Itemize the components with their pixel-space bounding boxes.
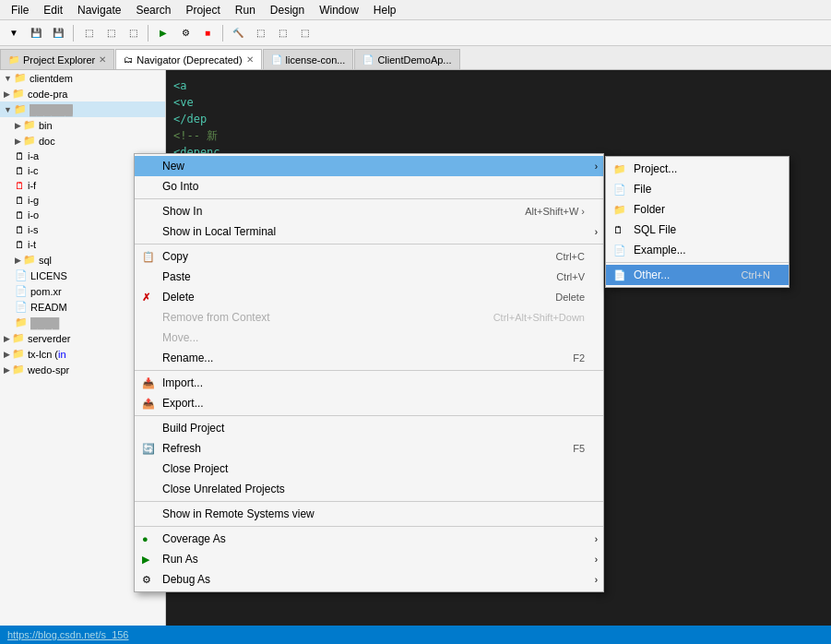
submenu-item-example[interactable]: 📄 Example... <box>606 240 789 260</box>
tab-project-explorer-close[interactable]: ✕ <box>99 54 106 65</box>
menu-item-show-remote[interactable]: Show in Remote Systems view <box>135 504 603 524</box>
export-icon: 📤 <box>142 398 155 410</box>
tab-navigator-close[interactable]: ✕ <box>246 54 254 65</box>
submenu-item-file[interactable]: 📄 File <box>606 179 789 199</box>
menu-item-new-label: New <box>162 160 184 173</box>
tab-navigator[interactable]: 🗂 Navigator (Deprecated) ✕ <box>115 49 261 69</box>
menu-item-build[interactable]: Build Project <box>135 418 603 438</box>
tab-client-demo-label: ClientDemoAp... <box>377 54 451 66</box>
menu-item-gointo[interactable]: Go Into <box>135 176 603 197</box>
menu-item-export[interactable]: 📤 Export... <box>135 393 603 413</box>
menu-item-new[interactable]: New › 📁 Project... 📄 File 📁 Folder <box>135 156 603 176</box>
menu-item-refresh[interactable]: 🔄 Refresh F5 <box>135 438 603 459</box>
menu-item-refresh-label: Refresh <box>162 442 201 455</box>
import-icon: 📥 <box>142 377 155 389</box>
menu-item-close-unrelated-label: Close Unrelated Projects <box>162 483 285 495</box>
toolbar-sep-1 <box>73 25 74 42</box>
submenu-label-folder: Folder <box>634 203 665 216</box>
menu-item-gointo-label: Go Into <box>162 180 198 193</box>
toolbar-btn-4[interactable]: ⬚ <box>78 23 99 43</box>
menu-item-remove-context-label: Remove from Context <box>162 311 270 324</box>
submenu-label-project: Project... <box>634 162 677 175</box>
menu-design[interactable]: Design <box>263 2 312 18</box>
menu-item-copy[interactable]: 📋 Copy Ctrl+C <box>135 246 603 267</box>
sqlfile-icon: 🗒 <box>613 224 623 235</box>
menu-bar: File Edit Navigate Search Project Run De… <box>0 0 831 20</box>
copy-shortcut: Ctrl+C <box>556 251 585 262</box>
toolbar-btn-9[interactable]: ⬚ <box>294 23 315 43</box>
toolbar-btn-3[interactable]: 💾 <box>48 23 68 43</box>
menu-item-runas-label: Run As <box>162 553 198 566</box>
menu-navigate[interactable]: Navigate <box>70 2 128 18</box>
delete-shortcut: Delete <box>555 292 585 303</box>
menu-item-debugas[interactable]: ⚙ Debug As › <box>135 569 603 590</box>
menu-item-showin-terminal-label: Show in Local Terminal <box>162 225 276 238</box>
menu-item-showin-terminal[interactable]: Show in Local Terminal › <box>135 221 603 242</box>
menu-item-delete-label: Delete <box>162 291 195 304</box>
menu-item-coverage-label: Coverage As <box>162 532 226 545</box>
tab-project-explorer[interactable]: 📁 Project Explorer ✕ <box>0 49 114 69</box>
menu-item-show-remote-label: Show in Remote Systems view <box>162 507 315 520</box>
showin-terminal-arrow: › <box>595 227 598 237</box>
menu-search[interactable]: Search <box>128 2 178 18</box>
tab-bar: 📁 Project Explorer ✕ 🗂 Navigator (Deprec… <box>0 46 831 70</box>
menu-item-coverage[interactable]: ● Coverage As › <box>135 529 603 549</box>
toolbar-btn-build[interactable]: 🔨 <box>228 23 248 43</box>
submenu-label-file: File <box>634 183 651 196</box>
toolbar-btn-6[interactable]: ⬚ <box>123 23 143 43</box>
file-icon: 📄 <box>613 184 626 196</box>
menu-item-paste[interactable]: Paste Ctrl+V <box>135 267 603 287</box>
menu-item-rename-label: Rename... <box>162 352 213 364</box>
menu-item-build-label: Build Project <box>162 422 224 435</box>
main-layout: ▼ 📁 clientdem ▶ 📁 code-pra ▼ 📁 ██████ ▶ … <box>0 70 831 644</box>
toolbar-btn-1[interactable]: ▼ <box>4 23 24 43</box>
tab-license[interactable]: 📄 license-con... <box>263 49 354 69</box>
menu-help[interactable]: Help <box>366 2 404 18</box>
coverage-arrow: › <box>595 534 598 544</box>
menu-item-copy-label: Copy <box>162 250 188 263</box>
toolbar-btn-2[interactable]: 💾 <box>26 23 46 43</box>
toolbar-btn-7[interactable]: ⬚ <box>250 23 270 43</box>
menu-sep-2 <box>135 244 603 244</box>
toolbar-btn-8[interactable]: ⬚ <box>272 23 292 43</box>
context-menu: New › 📁 Project... 📄 File 📁 Folder <box>134 153 604 592</box>
menu-item-close-unrelated[interactable]: Close Unrelated Projects <box>135 479 603 499</box>
menu-item-runas[interactable]: ▶ Run As › <box>135 549 603 569</box>
toolbar-btn-5[interactable]: ⬚ <box>101 23 121 43</box>
other-icon: 📄 <box>613 269 626 281</box>
tab-client-demo[interactable]: 📄 ClientDemoAp... <box>354 49 459 69</box>
submenu-item-folder[interactable]: 📁 Folder <box>606 199 789 220</box>
menu-item-delete[interactable]: ✗ Delete Delete <box>135 287 603 307</box>
debugas-arrow: › <box>595 575 598 585</box>
menu-item-import-label: Import... <box>162 376 203 389</box>
license-icon: 📄 <box>271 54 282 65</box>
menu-item-import[interactable]: 📥 Import... <box>135 373 603 393</box>
toolbar-btn-run[interactable]: ▶ <box>153 23 173 43</box>
menu-file[interactable]: File <box>4 2 36 18</box>
toolbar-btn-debug[interactable]: ⚙ <box>175 23 196 43</box>
menu-item-rename[interactable]: Rename... F2 <box>135 348 603 368</box>
menu-item-remove-context[interactable]: Remove from Context Ctrl+Alt+Shift+Down <box>135 307 603 328</box>
menu-item-close-project[interactable]: Close Project <box>135 459 603 479</box>
menu-sep-1 <box>135 198 603 199</box>
menu-item-move[interactable]: Move... <box>135 328 603 348</box>
submenu-item-other[interactable]: 📄 Other... Ctrl+N <box>606 265 789 285</box>
tab-project-explorer-label: Project Explorer <box>23 54 95 66</box>
menu-edit[interactable]: Edit <box>36 2 70 18</box>
remove-context-shortcut: Ctrl+Alt+Shift+Down <box>493 312 585 323</box>
project-explorer-icon: 📁 <box>8 54 19 65</box>
tab-license-label: license-con... <box>286 54 346 66</box>
menu-project[interactable]: Project <box>178 2 227 18</box>
coverage-icon: ● <box>142 533 148 544</box>
submenu-item-project[interactable]: 📁 Project... <box>606 159 789 179</box>
debugas-icon: ⚙ <box>142 574 151 586</box>
submenu-item-sqlfile[interactable]: 🗒 SQL File <box>606 220 789 240</box>
tab-navigator-label: Navigator (Deprecated) <box>137 54 242 66</box>
menu-run[interactable]: Run <box>228 2 263 18</box>
menu-item-move-label: Move... <box>162 331 198 344</box>
menu-item-showin[interactable]: Show In Alt+Shift+W › <box>135 201 603 221</box>
menu-window[interactable]: Window <box>312 2 366 18</box>
menu-item-debugas-label: Debug As <box>162 573 210 586</box>
submenu-arrow-new: › <box>595 161 598 172</box>
toolbar-btn-stop[interactable]: ■ <box>197 23 218 43</box>
